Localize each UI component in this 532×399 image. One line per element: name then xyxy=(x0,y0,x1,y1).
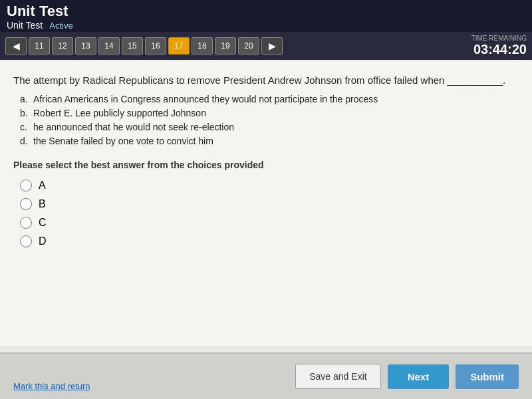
choice-b-text: Robert E. Lee publicly supported Johnson xyxy=(33,108,206,118)
status-badge: Active xyxy=(49,21,72,31)
radio-option-b[interactable]: B xyxy=(20,198,512,210)
radio-option-c[interactable]: C xyxy=(20,217,512,229)
timer-area: TIME REMAINING 03:44:20 xyxy=(471,35,527,57)
header: Unit Test Unit Test Active xyxy=(0,0,532,32)
question-nav-19[interactable]: 19 xyxy=(215,37,236,55)
choice-a-letter: a. xyxy=(20,94,29,104)
next-button[interactable]: Next xyxy=(388,364,450,389)
choice-c-letter: c. xyxy=(20,122,29,132)
answer-options: A B C D xyxy=(20,180,512,247)
mark-return-link[interactable]: Mark this and return xyxy=(13,381,90,391)
question-text: The attempt by Radical Republicans to re… xyxy=(13,73,512,88)
radio-option-a[interactable]: A xyxy=(20,180,512,192)
choice-a: a. African Americans in Congress announc… xyxy=(20,94,512,104)
timer-label: TIME REMAINING xyxy=(471,35,527,42)
question-nav-18[interactable]: 18 xyxy=(192,37,213,55)
choice-b: b. Robert E. Lee publicly supported John… xyxy=(20,108,512,118)
question-nav-17[interactable]: 17 xyxy=(168,37,190,55)
radio-b-label: B xyxy=(39,198,46,210)
next-question-button[interactable]: ▶ xyxy=(261,37,283,55)
radio-d-label: D xyxy=(39,235,47,247)
radio-c-label: C xyxy=(39,217,47,229)
radio-a[interactable] xyxy=(20,180,32,192)
choice-d: d. the Senate failed by one vote to conv… xyxy=(20,136,512,146)
question-nav-14[interactable]: 14 xyxy=(98,37,120,55)
choice-c-text: he announced that he would not seek re-e… xyxy=(33,122,234,132)
app-title: Unit Test xyxy=(7,3,525,20)
choices-list: a. African Americans in Congress announc… xyxy=(20,94,512,146)
main-content: The attempt by Radical Republicans to re… xyxy=(0,60,532,346)
radio-c[interactable] xyxy=(20,217,32,229)
choice-c: c. he announced that he would not seek r… xyxy=(20,122,512,132)
question-nav-16[interactable]: 16 xyxy=(145,37,166,55)
submit-button[interactable]: Submit xyxy=(456,364,519,389)
test-name-subtitle: Unit Test xyxy=(7,20,43,31)
choice-a-text: African Americans in Congress announced … xyxy=(33,94,378,104)
question-nav-bar: ◀ 11 12 13 14 15 16 17 18 19 20 ▶ TIME R… xyxy=(0,32,532,60)
footer-buttons: Save and Exit Next Submit xyxy=(295,364,519,389)
timer-value: 03:44:20 xyxy=(471,42,527,57)
radio-a-label: A xyxy=(39,180,46,192)
question-nav-12[interactable]: 12 xyxy=(52,37,73,55)
question-nav-20[interactable]: 20 xyxy=(238,37,259,55)
radio-b[interactable] xyxy=(20,198,32,210)
choice-d-text: the Senate failed by one vote to convict… xyxy=(33,136,213,146)
choice-d-letter: d. xyxy=(20,136,29,146)
question-nav-11[interactable]: 11 xyxy=(29,37,50,55)
radio-option-d[interactable]: D xyxy=(20,235,512,247)
prev-question-button[interactable]: ◀ xyxy=(5,37,27,55)
question-nav-13[interactable]: 13 xyxy=(75,37,96,55)
save-exit-button[interactable]: Save and Exit xyxy=(295,364,380,389)
choice-b-letter: b. xyxy=(20,108,29,118)
footer: Mark this and return Save and Exit Next … xyxy=(0,352,532,399)
instruction-text: Please select the best answer from the c… xyxy=(13,160,512,170)
question-nav-15[interactable]: 15 xyxy=(122,37,143,55)
radio-d[interactable] xyxy=(20,235,32,247)
